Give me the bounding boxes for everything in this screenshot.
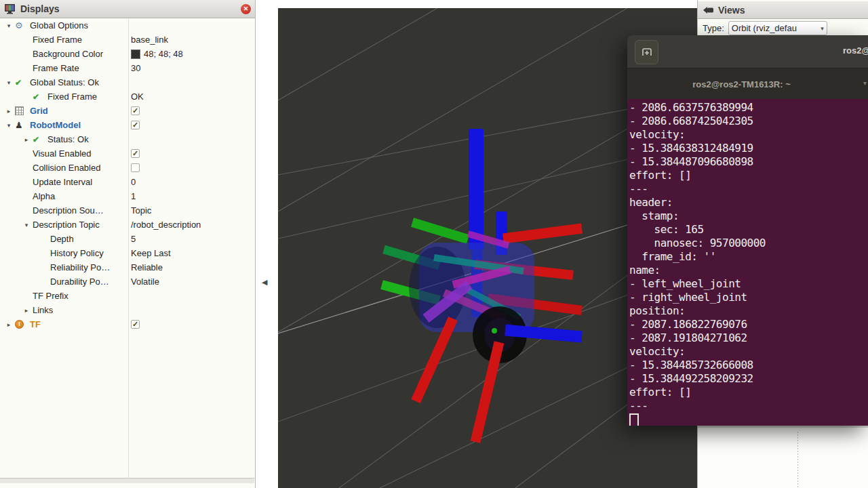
terminal-line: - 2087.186822769076	[629, 318, 868, 331]
expander-icon[interactable]: ▾	[3, 79, 15, 86]
tree-row-value-cell: ✓	[131, 104, 140, 118]
expander-icon[interactable]: ▾	[3, 22, 15, 29]
terminal-line: - right_wheel_joint	[629, 291, 868, 304]
new-tab-button[interactable]	[635, 40, 658, 64]
tree-row[interactable]: ▸Grid✓	[0, 104, 255, 118]
axis-blue	[505, 330, 582, 337]
views-title-bar: Views	[698, 1, 868, 19]
tree-row[interactable]: ▾♟RobotModel✓	[0, 118, 255, 132]
displays-tree: ▾⚙Global OptionsFixed Framebase_linkBack…	[0, 18, 255, 478]
tree-row-label: Description Topic	[33, 220, 100, 230]
tree-row-value-cell: Keep Last	[131, 246, 171, 260]
tree-row[interactable]: Background Color48; 48; 48	[0, 47, 255, 61]
checkbox-unchecked[interactable]	[131, 163, 140, 172]
expander-icon[interactable]: ▸	[3, 321, 15, 328]
terminal-line: - 15.384487096680898	[629, 155, 868, 169]
tree-row[interactable]: Fixed Framebase_link	[0, 33, 255, 47]
tree-row-label: Visual Enabled	[33, 148, 92, 159]
tree-row-value[interactable]: Keep Last	[131, 248, 171, 258]
expander-icon[interactable]: ▾	[3, 122, 15, 129]
tree-row[interactable]: ✔Fixed FrameOK	[0, 89, 255, 104]
tree-row-value[interactable]: Topic	[131, 205, 151, 216]
tree-row-value[interactable]: OK	[131, 92, 144, 102]
tree-row[interactable]: ▾⚙Global Options	[0, 18, 255, 33]
view-type-value: Orbit (rviz_defau	[732, 23, 821, 33]
warning-icon: !	[15, 320, 30, 329]
tree-row[interactable]: Depth5	[0, 232, 255, 246]
tree-row-value[interactable]: 5	[131, 234, 136, 244]
terminal-window-title: ros2@	[843, 45, 868, 56]
tree-row-label: Frame Rate	[33, 63, 79, 73]
tree-row-label: Update Interval	[33, 177, 92, 187]
terminal-window[interactable]: ros2@ ros2@ros2-TM1613R: ~ ▾ - 2086.6637…	[627, 35, 868, 426]
robot-icon: ♟	[15, 120, 30, 130]
tree-row-label: RobotModel	[30, 120, 81, 130]
expander-icon[interactable]: ▸	[20, 136, 33, 143]
tree-row-label: Durability Po…	[50, 277, 109, 287]
checkbox-checked[interactable]: ✓	[131, 320, 140, 329]
tree-row-value[interactable]: Reliable	[131, 262, 163, 272]
checkbox-checked[interactable]: ✓	[131, 106, 140, 115]
collapse-arrow[interactable]: ◀	[262, 278, 267, 287]
tree-row-value-cell: /robot_description	[131, 218, 201, 232]
terminal-line: stamp:	[629, 209, 868, 223]
tree-row-value[interactable]: Volatile	[131, 277, 159, 287]
tree-row[interactable]: ▾✔Global Status: Ok	[0, 75, 255, 89]
tree-row-label: TF	[30, 319, 41, 329]
tree-row[interactable]: Visual Enabled✓	[0, 146, 255, 161]
panel-title: Displays	[20, 3, 60, 14]
terminal-prompt-line	[629, 413, 868, 426]
tree-row[interactable]: Durability Po…Volatile	[0, 274, 255, 289]
terminal-line: position:	[629, 304, 868, 318]
checkbox-checked[interactable]: ✓	[131, 149, 140, 158]
checkbox-checked[interactable]: ✓	[131, 121, 140, 129]
tree-row-value[interactable]: 1	[131, 191, 136, 201]
tree-row-label: Reliability Po…	[50, 262, 110, 272]
expander-icon[interactable]: ▾	[20, 222, 33, 228]
tree-row[interactable]: ▸Links	[0, 303, 255, 317]
tree-row[interactable]: ▸✔Status: Ok	[0, 132, 255, 146]
new-tab-icon	[641, 47, 653, 58]
expander-icon[interactable]: ▸	[3, 108, 15, 115]
tree-row-value-cell: 48; 48; 48	[131, 47, 183, 61]
expander-icon[interactable]: ▸	[20, 307, 33, 314]
tree-row[interactable]: Update Interval0	[0, 175, 255, 189]
tree-row-value[interactable]: 30	[131, 63, 140, 73]
tree-row-value-cell: 5	[131, 232, 136, 246]
panel-resize-handle[interactable]	[0, 479, 254, 483]
tree-row[interactable]: Collision Enabled	[0, 161, 255, 175]
tree-row-value[interactable]: 48; 48; 48	[144, 49, 183, 59]
tree-row-value[interactable]: 0	[131, 177, 136, 187]
tree-row[interactable]: ▸!TF✓	[0, 317, 255, 331]
tree-row[interactable]: History PolicyKeep Last	[0, 246, 255, 260]
tree-row-value-cell: Topic	[131, 203, 151, 218]
tree-row[interactable]: TF Prefix	[0, 289, 255, 303]
tree-row-value[interactable]: base_link	[131, 35, 168, 45]
terminal-body[interactable]: - 2086.6637576389994- 2086.6687425042305…	[627, 99, 868, 426]
terminal-line: sec: 165	[629, 223, 868, 237]
close-button[interactable]: ✕	[241, 4, 251, 14]
camera-icon	[703, 6, 714, 14]
tree-row-value-cell: 0	[131, 175, 136, 189]
view-type-dropdown[interactable]: Orbit (rviz_defau ▾	[728, 21, 827, 35]
tree-row-label: Global Options	[30, 20, 88, 30]
tree-row-label: Fixed Frame	[47, 92, 97, 102]
status-ok-icon: ✔	[15, 78, 30, 87]
tree-row[interactable]: Reliability Po…Reliable	[0, 260, 255, 274]
displays-panel: Displays ✕ ▾⚙Global OptionsFixed Frameba…	[0, 0, 256, 488]
close-icon: ✕	[243, 6, 249, 12]
tree-row-value[interactable]: /robot_description	[131, 220, 201, 230]
displays-title-bar: Displays ✕	[0, 0, 255, 18]
terminal-tab-title: ros2@ros2-TM1613R: ~	[692, 79, 791, 89]
tree-row-value-cell: Reliable	[131, 260, 163, 274]
views-column-divider[interactable]	[797, 432, 798, 488]
tree-row[interactable]: Description Sou…Topic	[0, 203, 255, 218]
tree-row[interactable]: Frame Rate30	[0, 61, 255, 75]
tree-row-label: Grid	[30, 106, 48, 116]
tree-row[interactable]: Alpha1	[0, 189, 255, 203]
tree-row-label: Fixed Frame	[33, 35, 82, 45]
tree-row-value-cell: base_link	[131, 33, 168, 47]
terminal-line: - 15.384485732666008	[629, 359, 868, 372]
tree-row[interactable]: ▾Description Topic/robot_description	[0, 218, 255, 232]
terminal-tab[interactable]: ros2@ros2-TM1613R: ~	[627, 68, 856, 100]
